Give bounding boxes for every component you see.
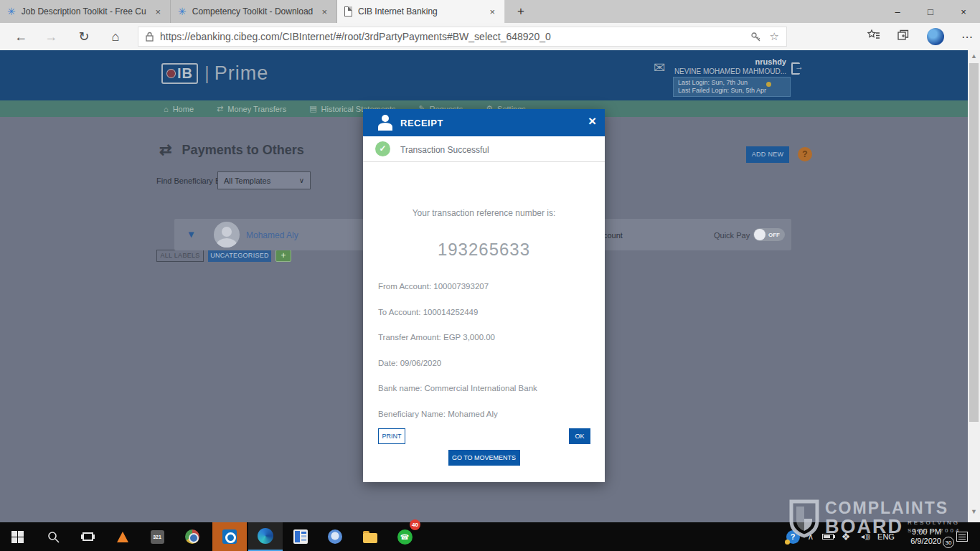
last-login-box: Last Login: Sun, 7th Jun Last Failed Log… [673,77,791,97]
chevron-down-icon: ∨ [299,176,304,184]
page-content: IB | Prime ✉ nrushdy NEVINE MOHAMED MAHM… [0,50,980,522]
taskbar-file-explorer[interactable] [359,522,382,551]
complaints-board-watermark: COMPLAINTS BOARD RESOLVING SINCE 2004 [789,499,961,538]
nav-label: Money Transfers [227,105,286,113]
status-text: Transaction Successful [400,145,489,155]
quick-pay-label: Quick Pay [714,231,750,240]
news-app-icon [293,529,308,544]
taskbar-chromium[interactable] [324,522,347,551]
person-icon [377,115,393,131]
bulb-icon [766,82,771,87]
taskbar-media-player[interactable]: 321 [146,522,169,551]
maximize-button[interactable]: □ [914,0,947,23]
task-view-icon [83,532,93,541]
minimize-button[interactable]: – [881,0,914,23]
detail-bank-name: Bank name: Commercial International Bank [378,385,537,393]
taskbar-vlc[interactable] [111,522,134,551]
password-key-icon[interactable] [750,32,761,42]
mpc-321-icon: 321 [151,530,164,544]
tab-close-icon[interactable]: × [319,6,329,17]
toggle-state: OFF [768,232,780,238]
profile-avatar[interactable] [927,28,944,45]
favorite-star-icon[interactable]: ☆ [770,30,779,43]
windows-logo-icon [11,531,24,543]
screen: ✳ Job Description Toolkit - Free Cu × ✳ … [0,0,980,551]
reference-label: Your transaction reference number is: [363,208,605,218]
transfers-icon: ⇄ [217,104,223,113]
toggle-knob [754,229,765,240]
last-failed-login-text: Last Failed Login: Sun, 5th Apr [678,87,786,95]
watermark-text: COMPLAINTS BOARD RESOLVING SINCE 2004 [825,499,961,538]
taskbar-chrome[interactable] [181,522,204,551]
add-new-button[interactable]: ADD NEW [746,146,789,163]
cib-logo-mark: IB [161,63,198,84]
nav-item-money-transfers[interactable]: ⇄ Money Transfers [217,104,286,113]
close-button[interactable]: × [947,0,980,23]
page-scrollbar[interactable]: ▲ ▼ [968,50,980,522]
username: nrushdy [610,57,786,66]
nav-item-home[interactable]: ⌂ Home [164,105,194,113]
expand-chevron-icon[interactable]: ▾ [189,228,194,240]
home-icon: ⌂ [164,105,169,113]
back-icon[interactable]: ← [11,28,30,45]
logo-divider: | [204,62,209,85]
beneficiary-avatar [214,222,240,248]
find-beneficiary-label: Find Beneficiary By: [156,176,227,185]
tab-title: Job Description Toolkit - Free Cu [22,6,148,17]
tab-competency-toolkit[interactable]: ✳ Competency Toolkit - Download × [171,0,337,23]
refresh-icon[interactable]: ↻ [75,28,93,45]
address-bar[interactable]: https://ebanking.cibeg.com/CIBInternet/#… [138,27,787,47]
payments-arrows-icon: ⇄ [159,141,172,159]
nav-label: Home [173,105,194,113]
tab-favicon-icon: ✳ [178,6,187,17]
browser-tab-bar: ✳ Job Description Toolkit - Free Cu × ✳ … [0,0,980,23]
tab-job-description-toolkit[interactable]: ✳ Job Description Toolkit - Free Cu × [0,0,171,23]
taskbar-whatsapp[interactable]: ☎ 40 [393,522,416,551]
watermark-tag1: RESOLVING [908,519,961,527]
notification-badge: 30 [943,537,954,548]
start-button[interactable] [6,522,29,551]
taskbar-edge[interactable] [248,522,283,551]
detail-amount: Transfer Amount: EGP 3,000.00 [378,334,537,342]
chromium-icon [328,529,342,544]
tab-close-icon[interactable]: × [487,6,497,17]
settings-more-icon[interactable]: ⋯ [961,30,973,44]
all-labels-button[interactable]: ALL LABELS [156,250,204,262]
modal-close-icon[interactable]: × [588,113,596,129]
taskbar-outlook[interactable] [212,522,247,551]
success-check-icon: ✓ [375,141,390,156]
ok-button[interactable]: OK [569,428,590,444]
home-icon[interactable]: ⌂ [106,28,125,45]
add-label-button[interactable]: + [275,250,291,262]
tab-title: CIB Internet Banking [358,6,481,17]
tab-cib-internet-banking[interactable]: CIB Internet Banking × [337,0,505,23]
tab-close-icon[interactable]: × [153,6,163,17]
taskbar-search-button[interactable] [42,522,65,551]
scrollbar-thumb[interactable] [969,63,979,422]
edge-icon [258,528,273,544]
modal-header: RECEIPT × [363,109,605,136]
receipt-modal: RECEIPT × ✓ Transaction Successful Your … [363,109,605,482]
detail-to-account: To Account: 100014252449 [378,309,537,317]
uncategorised-button[interactable]: UNCATEGORISED [208,250,271,262]
templates-dropdown[interactable]: All Templates ∨ [217,171,311,189]
scroll-down-icon[interactable]: ▼ [968,508,980,515]
print-button[interactable]: PRINT [378,428,405,444]
logout-icon[interactable]: → [791,62,803,73]
taskbar-news-app[interactable] [289,522,312,551]
statements-icon: ▤ [309,104,316,113]
collections-icon[interactable] [897,29,910,44]
watermark-tag2: SINCE 2004 [908,527,961,534]
quick-pay-toggle[interactable]: OFF [753,228,785,241]
help-button[interactable]: ? [798,147,812,161]
toolbar-right: ⋯ [867,23,973,50]
cib-prime-logo: IB | Prime [161,62,268,85]
forward-icon[interactable]: → [42,28,60,45]
url-input[interactable]: https://ebanking.cibeg.com/CIBInternet/#… [160,31,742,42]
go-to-movements-button[interactable]: GO TO MOVEMENTS [448,450,520,466]
status-row: ✓ Transaction Successful [363,136,605,162]
task-view-button[interactable] [76,522,99,551]
scroll-up-icon[interactable]: ▲ [968,52,980,60]
new-tab-button[interactable]: + [505,0,537,23]
favorites-hub-icon[interactable] [867,29,880,44]
